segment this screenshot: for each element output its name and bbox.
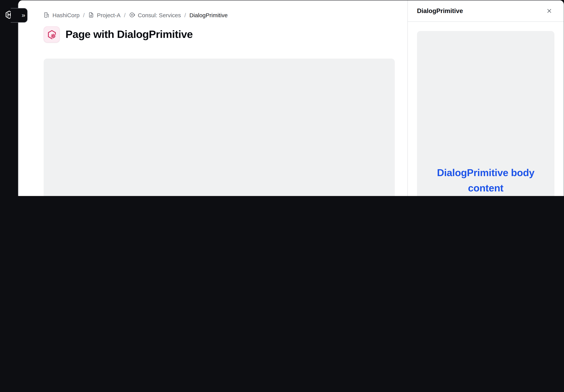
dialog-header: DialogPrimitive (408, 0, 564, 22)
dialog-body: DialogPrimitive body content (408, 22, 564, 196)
app-sidebar (0, 0, 18, 196)
page-header: Page with DialogPrimitive (44, 27, 395, 42)
consul-icon (129, 12, 135, 18)
dialog-title: DialogPrimitive (417, 7, 463, 14)
breadcrumb-item-consul-services[interactable]: Consul: Services (129, 12, 181, 18)
close-icon (546, 8, 552, 14)
breadcrumb-separator: / (124, 12, 125, 18)
breadcrumb-label: DialogPrimitive (189, 12, 228, 18)
breadcrumb-label: Consul: Services (138, 12, 181, 18)
breadcrumb-separator: / (83, 12, 85, 18)
breadcrumb-label: Project-A (97, 12, 120, 18)
dialog-body-placeholder: DialogPrimitive body content (417, 31, 554, 196)
hexagon-gear-icon (46, 29, 57, 40)
content-row: HashiCorp / Project-A / (18, 0, 564, 196)
breadcrumb-label: HashiCorp (53, 12, 80, 18)
page-title: Page with DialogPrimitive (66, 28, 193, 41)
breadcrumb-item-dialogprimitive: DialogPrimitive (189, 12, 228, 18)
breadcrumb-item-project-a[interactable]: Project-A (88, 12, 120, 18)
org-building-icon (44, 12, 50, 18)
sidebar-expand-button[interactable]: » (11, 8, 28, 23)
page-icon-badge (44, 27, 60, 42)
main-content: HashiCorp / Project-A / (18, 0, 407, 196)
main-content-placeholder: Main page content (44, 58, 395, 196)
double-chevron-right-icon: » (22, 12, 25, 18)
app-surface: HashiCorp / Project-A / (18, 0, 564, 196)
file-text-icon (88, 12, 94, 18)
dialog-close-button[interactable] (544, 6, 554, 16)
breadcrumb-item-hashicorp[interactable]: HashiCorp (44, 12, 80, 18)
breadcrumb: HashiCorp / Project-A / (44, 11, 395, 19)
dialog-panel: DialogPrimitive DialogPrimitive body con… (407, 0, 564, 196)
breadcrumb-separator: / (184, 12, 186, 18)
app-window: » HashiCorp (0, 0, 564, 196)
dialog-placeholder-label: DialogPrimitive body content (434, 165, 537, 196)
